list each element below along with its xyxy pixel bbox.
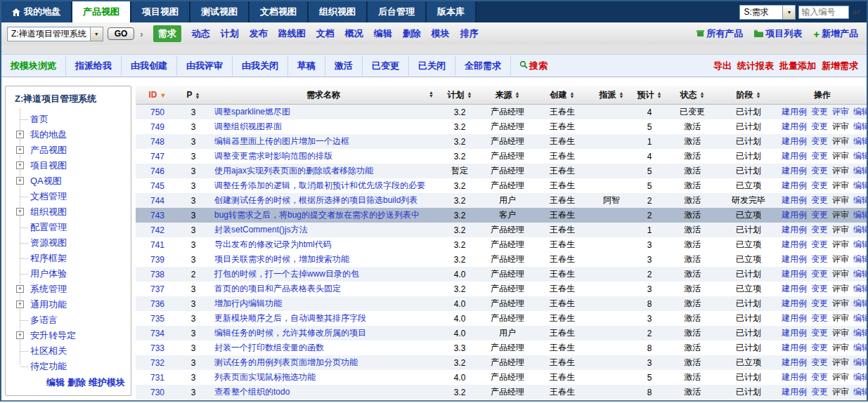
- op-change-link[interactable]: 变更: [811, 357, 828, 367]
- op-create-case-link[interactable]: 建用例: [782, 210, 807, 220]
- story-id-link[interactable]: 741: [150, 240, 164, 250]
- product-select[interactable]: Z:禅道项目管理系统 ▼: [7, 27, 103, 41]
- story-title-link[interactable]: 测试任务的用例列表页面增加分页功能: [214, 357, 358, 367]
- action-link-4[interactable]: 新增需求: [822, 60, 858, 72]
- filter-item-4[interactable]: 由我评审: [177, 55, 233, 76]
- menu-item-1[interactable]: 需求: [153, 25, 181, 42]
- story-id-link[interactable]: 738: [150, 270, 164, 279]
- toolbar-link-project-list[interactable]: 项目列表: [754, 27, 802, 40]
- module-link[interactable]: 资源视图: [30, 237, 67, 249]
- story-title-link[interactable]: 封装一个打印数组变量的函数: [214, 343, 324, 352]
- story-id-link[interactable]: 739: [150, 255, 164, 265]
- story-id-link[interactable]: 749: [150, 122, 164, 132]
- story-id-link[interactable]: 736: [150, 299, 164, 309]
- menu-item-9[interactable]: 删除: [403, 27, 421, 40]
- sidebar-footer-link-2[interactable]: 删除: [67, 377, 86, 388]
- op-change-link[interactable]: 变更: [811, 136, 828, 146]
- op-change-link[interactable]: 变更: [811, 254, 828, 264]
- menu-item-4[interactable]: 发布: [250, 27, 268, 40]
- story-id-link[interactable]: 742: [150, 225, 164, 235]
- id-search-input[interactable]: [798, 6, 849, 19]
- filter-item-3[interactable]: 由我创建: [122, 55, 177, 76]
- op-create-case-link[interactable]: 建用例: [782, 121, 807, 131]
- go-button[interactable]: GO: [108, 27, 135, 40]
- op-change-link[interactable]: 变更: [811, 343, 828, 352]
- op-edit-link[interactable]: 编辑: [853, 180, 867, 190]
- story-id-link[interactable]: 737: [150, 284, 164, 294]
- op-change-link[interactable]: 变更: [811, 166, 828, 176]
- module-link[interactable]: 产品视图: [30, 144, 67, 157]
- menu-item-10[interactable]: 模块: [432, 27, 450, 40]
- module-link[interactable]: 通用功能: [30, 298, 67, 311]
- op-edit-link[interactable]: 编辑: [853, 284, 867, 293]
- op-edit-link[interactable]: 编辑: [853, 195, 867, 205]
- menu-item-11[interactable]: 排序: [460, 27, 479, 40]
- op-create-case-link[interactable]: 建用例: [782, 239, 807, 249]
- module-link[interactable]: 安升转导定: [30, 329, 76, 342]
- filter-item-5[interactable]: 由我关闭: [233, 55, 288, 76]
- op-create-case-link[interactable]: 建用例: [782, 343, 807, 352]
- op-create-case-link[interactable]: 建用例: [782, 151, 807, 161]
- story-title-link[interactable]: 调整sparkline燃尽图: [214, 107, 290, 117]
- op-review-link[interactable]: 评审: [832, 107, 849, 117]
- col-header-id[interactable]: ID▼: [136, 86, 179, 105]
- story-title-link[interactable]: 使用ajax实现列表页面的删除或者移除功能: [214, 166, 373, 176]
- op-create-case-link[interactable]: 建用例: [782, 180, 807, 190]
- op-create-case-link[interactable]: 建用例: [782, 357, 807, 367]
- story-title-link[interactable]: 调整组织视图界面: [214, 121, 282, 131]
- op-change-link[interactable]: 变更: [811, 239, 828, 249]
- op-change-link[interactable]: 变更: [811, 180, 828, 190]
- expand-plus-icon[interactable]: +: [16, 146, 24, 154]
- op-edit-link[interactable]: 编辑: [853, 269, 867, 279]
- expand-plus-icon[interactable]: +: [16, 208, 24, 216]
- module-link[interactable]: 系统管理: [30, 283, 67, 296]
- expand-plus-icon[interactable]: +: [16, 331, 24, 339]
- op-change-link[interactable]: 变更: [811, 328, 828, 338]
- col-header-p[interactable]: P▲▼: [179, 86, 207, 105]
- module-link[interactable]: 我的地盘: [30, 128, 67, 141]
- op-create-case-link[interactable]: 建用例: [782, 298, 807, 308]
- op-create-case-link[interactable]: 建用例: [782, 269, 807, 279]
- module-link[interactable]: 社区相关: [30, 345, 67, 357]
- op-change-link[interactable]: 变更: [811, 313, 828, 323]
- module-link[interactable]: 项目视图: [30, 159, 67, 172]
- menu-item-3[interactable]: 计划: [221, 27, 239, 40]
- module-link[interactable]: 配置管理: [30, 221, 67, 234]
- op-change-link[interactable]: 变更: [811, 372, 828, 382]
- story-title-link[interactable]: bug转需求之后，将bug的提交者放在需求的抄送列表中: [214, 210, 420, 220]
- op-edit-link[interactable]: 编辑: [853, 313, 867, 323]
- sidebar-footer-link-3[interactable]: 维护模块: [89, 377, 125, 388]
- story-id-link[interactable]: 747: [150, 152, 164, 161]
- op-create-case-link[interactable]: 建用例: [782, 313, 807, 323]
- story-id-link[interactable]: 745: [150, 181, 164, 191]
- op-change-link[interactable]: 变更: [811, 151, 828, 161]
- module-link[interactable]: 多语言: [30, 314, 58, 326]
- op-edit-link[interactable]: 编辑: [853, 239, 867, 249]
- op-change-link[interactable]: 变更: [811, 195, 828, 205]
- action-link-2[interactable]: 统计报表: [737, 60, 774, 72]
- op-change-link[interactable]: 变更: [811, 225, 828, 234]
- op-create-case-link[interactable]: 建用例: [782, 166, 807, 176]
- op-change-link[interactable]: 变更: [811, 121, 828, 131]
- story-title-link[interactable]: 创建测试任务的时候，根据所选择的项目筛选build列表: [214, 195, 417, 205]
- story-title-link[interactable]: 导出发布的修改记录为html代码: [214, 239, 332, 249]
- filter-item-10[interactable]: 全部需求: [455, 55, 511, 76]
- story-id-link[interactable]: 748: [150, 137, 164, 147]
- module-link[interactable]: 首页: [30, 113, 48, 126]
- story-title-link[interactable]: 首页的的项目和产品表格表头固定: [214, 284, 341, 293]
- menu-item-7[interactable]: 概况: [345, 27, 363, 40]
- op-edit-link[interactable]: 编辑: [853, 121, 867, 131]
- module-link[interactable]: 组织视图: [30, 206, 67, 218]
- expand-plus-icon[interactable]: +: [16, 285, 24, 293]
- op-change-link[interactable]: 变更: [811, 269, 828, 279]
- op-create-case-link[interactable]: 建用例: [782, 284, 807, 293]
- story-id-link[interactable]: 733: [150, 343, 164, 353]
- op-create-case-link[interactable]: 建用例: [782, 225, 807, 234]
- op-edit-link[interactable]: 编辑: [853, 254, 867, 264]
- menu-item-8[interactable]: 编辑: [374, 27, 392, 40]
- chevron-down-icon[interactable]: ▼: [90, 27, 103, 41]
- story-title-link[interactable]: 项目关联需求的时候，增加搜索功能: [214, 254, 349, 264]
- main-tab-5[interactable]: 文档视图: [250, 1, 309, 22]
- main-tab-4[interactable]: 测试视图: [190, 1, 250, 22]
- col-header-title[interactable]: 需求名称▲▼: [207, 86, 439, 105]
